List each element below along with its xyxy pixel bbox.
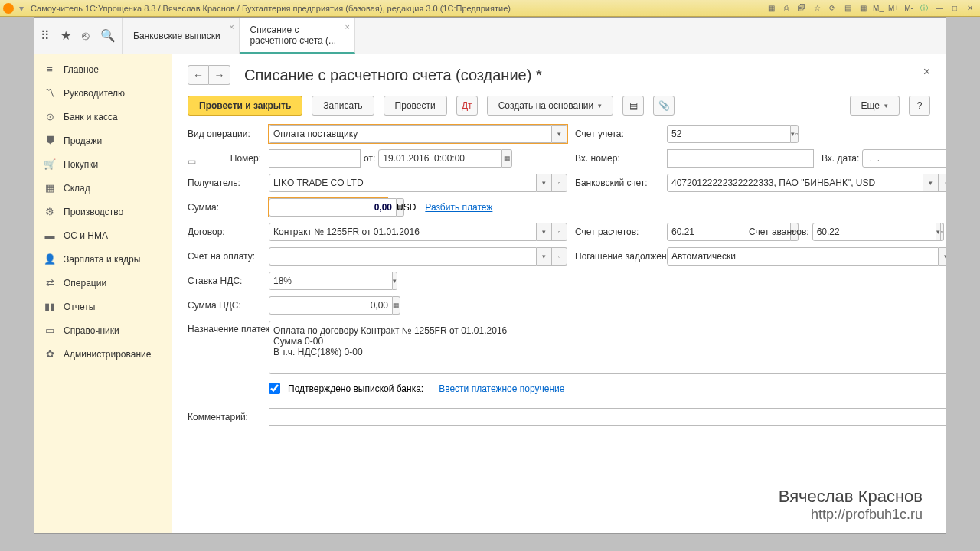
dropdown-icon[interactable]: ▾ bbox=[537, 174, 552, 192]
nav-purchases[interactable]: 🛒Покупки bbox=[34, 152, 172, 176]
label-in-date: Вх. дата: bbox=[822, 153, 859, 164]
comment-input[interactable] bbox=[269, 408, 946, 426]
in-number-input[interactable] bbox=[667, 149, 814, 168]
report-icon-button[interactable]: ▤ bbox=[622, 96, 644, 116]
chart-icon: 〽 bbox=[44, 87, 56, 99]
nav-admin[interactable]: ✿Администрирование bbox=[34, 342, 172, 366]
nav-operations[interactable]: ⇄Операции bbox=[34, 271, 172, 295]
amount-input[interactable] bbox=[269, 198, 397, 217]
help-button[interactable]: ? bbox=[909, 96, 930, 116]
tb-icon[interactable]: M- bbox=[902, 2, 916, 15]
post-button[interactable]: Провести bbox=[384, 96, 447, 116]
vat-rate-input[interactable] bbox=[269, 272, 393, 290]
split-payment-link[interactable]: Разбить платеж bbox=[425, 202, 492, 213]
tb-icon[interactable]: M+ bbox=[887, 2, 900, 15]
label-advance-acc: Счет авансов: bbox=[749, 227, 809, 237]
open-icon[interactable]: ▫ bbox=[552, 174, 567, 192]
post-close-button[interactable]: Провести и закрыть bbox=[188, 96, 302, 116]
label-in-number: Вх. номер: bbox=[575, 153, 659, 164]
calc-icon[interactable]: ▦ bbox=[393, 296, 400, 315]
label-comment: Комментарий: bbox=[188, 412, 261, 422]
nav-sales[interactable]: ⛊Продажи bbox=[34, 129, 172, 152]
nav-catalogs[interactable]: ▭Справочники bbox=[34, 318, 172, 342]
dropdown-icon[interactable]: ▾ bbox=[537, 223, 552, 241]
date-input[interactable] bbox=[378, 149, 502, 168]
open-icon[interactable]: ▫ bbox=[552, 223, 567, 241]
nav-production[interactable]: ⚙Производство bbox=[34, 200, 172, 223]
tb-icon[interactable]: ⎙ bbox=[779, 2, 793, 15]
open-icon[interactable]: ▫ bbox=[795, 125, 799, 143]
close-form-icon[interactable]: × bbox=[923, 65, 930, 79]
app-menu-dropdown[interactable]: ▾ bbox=[17, 4, 26, 13]
history-icon[interactable]: ⎋ bbox=[82, 29, 90, 43]
info-icon[interactable]: ⓘ bbox=[917, 2, 931, 15]
dropdown-icon[interactable]: ▾ bbox=[393, 272, 397, 290]
app-logo-icon bbox=[3, 3, 14, 14]
tb-icon[interactable]: ▤ bbox=[841, 2, 854, 15]
bank-account-input[interactable] bbox=[667, 174, 923, 192]
contract-input[interactable] bbox=[269, 223, 537, 241]
invoice-input[interactable] bbox=[269, 247, 537, 266]
tab-writeoff[interactable]: Списание с расчетного счета (... × bbox=[240, 18, 355, 54]
nav-main[interactable]: ≡Главное bbox=[34, 57, 172, 81]
label-settle-acc: Счет расчетов: bbox=[575, 227, 659, 237]
in-date-input[interactable] bbox=[862, 149, 946, 168]
purpose-textarea[interactable] bbox=[269, 321, 946, 374]
dropdown-icon[interactable]: ▾ bbox=[552, 125, 567, 143]
op-type-input[interactable] bbox=[269, 125, 552, 143]
account-input[interactable] bbox=[667, 125, 791, 143]
wrench-icon: ✿ bbox=[44, 348, 56, 360]
open-icon[interactable]: ▫ bbox=[939, 174, 946, 192]
dt-kt-button[interactable]: Дт bbox=[456, 96, 478, 116]
tab-bank-statements[interactable]: Банковские выписки × bbox=[122, 18, 240, 54]
advance-acc-input[interactable] bbox=[812, 223, 936, 241]
recipient-input[interactable] bbox=[269, 174, 537, 192]
minimize-icon[interactable]: — bbox=[933, 2, 946, 15]
vat-amount-input[interactable] bbox=[269, 296, 393, 315]
nav-hr[interactable]: 👤Зарплата и кадры bbox=[34, 247, 172, 271]
dropdown-icon[interactable]: ▾ bbox=[537, 247, 552, 266]
nav-bank[interactable]: ⊙Банк и касса bbox=[34, 105, 172, 129]
nav-reports[interactable]: ▮▮Отчеты bbox=[34, 295, 172, 318]
dropdown-icon[interactable]: ▾ bbox=[939, 247, 946, 266]
maximize-icon[interactable]: □ bbox=[948, 2, 962, 15]
create-based-button[interactable]: Создать на основании bbox=[487, 96, 614, 116]
calendar-icon[interactable]: ▦ bbox=[502, 149, 512, 168]
close-tab-icon[interactable]: × bbox=[229, 22, 234, 31]
debt-input[interactable] bbox=[667, 247, 939, 266]
window-title: Самоучитель 1С:Упрощенка 8.3 / Вячеслав … bbox=[31, 4, 764, 13]
nav-sidebar: ≡Главное 〽Руководителю ⊙Банк и касса ⛊Пр… bbox=[34, 54, 172, 533]
apps-icon[interactable]: ⠿ bbox=[41, 28, 50, 43]
label-debt: Погашение задолженности: bbox=[575, 251, 659, 262]
close-tab-icon[interactable]: × bbox=[345, 22, 350, 31]
search-icon[interactable]: 🔍 bbox=[100, 28, 116, 43]
label-recipient: Получатель: bbox=[188, 178, 261, 188]
attach-icon-button[interactable]: 📎 bbox=[653, 96, 675, 116]
tb-icon[interactable]: ▦ bbox=[764, 2, 778, 15]
bars-icon: ▮▮ bbox=[44, 301, 56, 312]
tb-icon[interactable]: ▦ bbox=[856, 2, 870, 15]
truck-icon: ▬ bbox=[44, 230, 56, 241]
tb-icon[interactable]: 🗐 bbox=[795, 2, 808, 15]
page-title: Списание с расчетного счета (создание) * bbox=[244, 67, 542, 84]
tb-icon[interactable]: ⟳ bbox=[825, 2, 839, 15]
enter-order-link[interactable]: Ввести платежное поручение bbox=[439, 383, 564, 394]
nav-manager[interactable]: 〽Руководителю bbox=[34, 81, 172, 105]
nav-back-button[interactable]: ← bbox=[188, 65, 209, 85]
star-icon[interactable]: ★ bbox=[60, 28, 71, 43]
save-button[interactable]: Записать bbox=[312, 96, 374, 116]
number-input[interactable] bbox=[269, 149, 361, 168]
nav-warehouse[interactable]: ▦Склад bbox=[34, 176, 172, 200]
nav-forward-button[interactable]: → bbox=[209, 65, 230, 85]
tb-icon[interactable]: ☆ bbox=[810, 2, 824, 15]
open-icon[interactable]: ▫ bbox=[552, 247, 567, 266]
open-icon[interactable]: ▫ bbox=[941, 223, 944, 241]
tag-icon: ⛊ bbox=[44, 135, 56, 146]
confirmed-checkbox[interactable] bbox=[269, 383, 280, 394]
label-vat-amount: Сумма НДС: bbox=[188, 300, 261, 311]
dropdown-icon[interactable]: ▾ bbox=[923, 174, 939, 192]
close-icon[interactable]: ✕ bbox=[963, 2, 977, 15]
more-button[interactable]: Еще bbox=[850, 96, 900, 116]
tb-icon[interactable]: M_ bbox=[871, 2, 885, 15]
nav-assets[interactable]: ▬ОС и НМА bbox=[34, 223, 172, 247]
